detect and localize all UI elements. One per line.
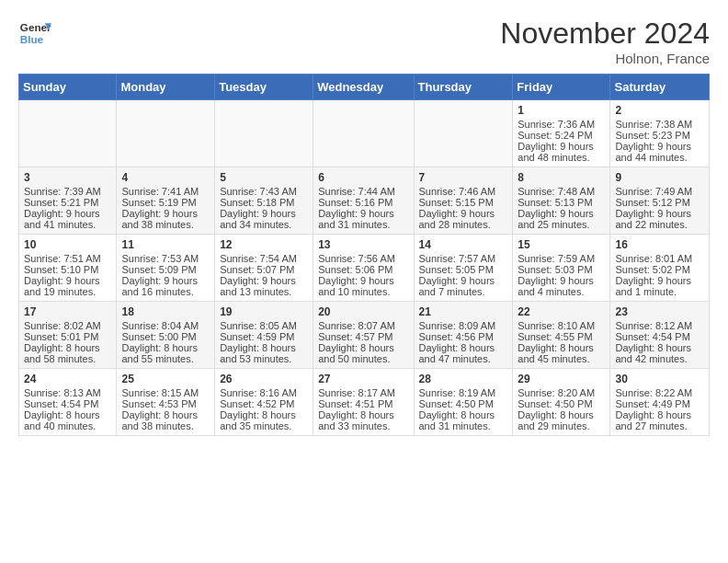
day-info: Sunrise: 8:10 AM xyxy=(518,320,605,331)
calendar-cell: 2Sunrise: 7:38 AMSunset: 5:23 PMDaylight… xyxy=(610,100,710,167)
calendar-wrapper: Sunday Monday Tuesday Wednesday Thursday… xyxy=(0,74,728,445)
day-number: 19 xyxy=(220,305,308,318)
day-info: Sunset: 5:07 PM xyxy=(220,264,308,275)
day-number: 28 xyxy=(419,373,508,385)
day-info: Sunset: 5:13 PM xyxy=(518,197,605,208)
calendar-cell: 27Sunrise: 8:17 AMSunset: 4:51 PMDayligh… xyxy=(313,369,414,436)
day-info: Sunset: 5:21 PM xyxy=(24,197,111,208)
calendar-cell: 28Sunrise: 8:19 AMSunset: 4:50 PMDayligh… xyxy=(414,369,513,436)
day-number: 8 xyxy=(518,171,605,184)
day-info: Daylight: 8 hours and 31 minutes. xyxy=(419,409,508,431)
calendar-cell: 9Sunrise: 7:49 AMSunset: 5:12 PMDaylight… xyxy=(610,167,710,235)
col-wednesday: Wednesday xyxy=(313,75,414,100)
day-info: Daylight: 8 hours and 35 minutes. xyxy=(220,409,308,431)
day-info: Sunset: 5:05 PM xyxy=(419,264,508,275)
day-number: 25 xyxy=(121,373,210,385)
day-info: Sunrise: 7:59 AM xyxy=(518,253,605,264)
day-info: Daylight: 8 hours and 55 minutes. xyxy=(121,342,210,364)
day-info: Daylight: 8 hours and 42 minutes. xyxy=(615,342,704,364)
day-number: 16 xyxy=(615,238,704,251)
day-info: Sunrise: 7:48 AM xyxy=(518,186,605,197)
calendar-body: 1Sunrise: 7:36 AMSunset: 5:24 PMDaylight… xyxy=(19,100,710,436)
calendar-cell: 24Sunrise: 8:13 AMSunset: 4:54 PMDayligh… xyxy=(19,369,117,436)
calendar-table: Sunday Monday Tuesday Wednesday Thursday… xyxy=(18,74,710,436)
logo: General Blue xyxy=(18,17,51,50)
day-info: Daylight: 9 hours and 48 minutes. xyxy=(518,141,605,163)
col-tuesday: Tuesday xyxy=(215,75,313,100)
day-number: 27 xyxy=(318,373,408,385)
day-info: Sunrise: 8:09 AM xyxy=(419,320,508,331)
day-info: Daylight: 8 hours and 53 minutes. xyxy=(220,342,308,364)
day-info: Sunset: 5:00 PM xyxy=(121,331,210,342)
day-info: Daylight: 8 hours and 29 minutes. xyxy=(518,409,605,431)
calendar-cell xyxy=(215,100,313,167)
col-sunday: Sunday xyxy=(19,75,117,100)
day-number: 11 xyxy=(121,238,210,251)
calendar-cell: 29Sunrise: 8:20 AMSunset: 4:50 PMDayligh… xyxy=(513,369,610,436)
header-row: Sunday Monday Tuesday Wednesday Thursday… xyxy=(19,75,710,100)
day-info: Daylight: 9 hours and 25 minutes. xyxy=(518,208,605,230)
day-info: Sunset: 4:54 PM xyxy=(24,398,111,409)
month-title: November 2024 xyxy=(500,17,710,51)
day-info: Daylight: 8 hours and 47 minutes. xyxy=(419,342,508,364)
day-info: Daylight: 9 hours and 38 minutes. xyxy=(121,208,210,230)
calendar-cell: 4Sunrise: 7:41 AMSunset: 5:19 PMDaylight… xyxy=(117,167,215,235)
day-info: Sunset: 4:54 PM xyxy=(615,331,704,342)
day-info: Sunset: 4:52 PM xyxy=(220,398,308,409)
calendar-cell: 14Sunrise: 7:57 AMSunset: 5:05 PMDayligh… xyxy=(414,235,513,302)
day-number: 14 xyxy=(419,238,508,251)
day-info: Daylight: 9 hours and 28 minutes. xyxy=(419,208,508,230)
day-info: Daylight: 8 hours and 45 minutes. xyxy=(518,342,605,364)
svg-text:General: General xyxy=(20,21,51,33)
day-info: Sunrise: 8:05 AM xyxy=(220,320,308,331)
day-info: Sunset: 5:09 PM xyxy=(121,264,210,275)
day-number: 5 xyxy=(220,171,308,184)
calendar-cell: 30Sunrise: 8:22 AMSunset: 4:49 PMDayligh… xyxy=(610,369,710,436)
calendar-cell: 22Sunrise: 8:10 AMSunset: 4:55 PMDayligh… xyxy=(513,302,610,369)
calendar-cell: 11Sunrise: 7:53 AMSunset: 5:09 PMDayligh… xyxy=(117,235,215,302)
calendar-cell: 10Sunrise: 7:51 AMSunset: 5:10 PMDayligh… xyxy=(19,235,117,302)
day-info: Daylight: 8 hours and 33 minutes. xyxy=(318,409,408,431)
day-info: Sunset: 4:57 PM xyxy=(318,331,408,342)
day-number: 24 xyxy=(24,373,111,385)
day-number: 4 xyxy=(121,171,210,184)
day-info: Sunrise: 8:12 AM xyxy=(615,320,704,331)
day-info: Sunset: 5:23 PM xyxy=(615,130,704,141)
day-number: 20 xyxy=(318,305,408,318)
day-number: 29 xyxy=(518,373,605,385)
day-info: Daylight: 9 hours and 1 minute. xyxy=(615,275,704,297)
day-info: Daylight: 9 hours and 13 minutes. xyxy=(220,275,308,297)
day-info: Daylight: 9 hours and 41 minutes. xyxy=(24,208,111,230)
calendar-cell: 25Sunrise: 8:15 AMSunset: 4:53 PMDayligh… xyxy=(117,369,215,436)
day-info: Sunset: 4:59 PM xyxy=(220,331,308,342)
calendar-cell: 18Sunrise: 8:04 AMSunset: 5:00 PMDayligh… xyxy=(117,302,215,369)
day-info: Sunrise: 8:13 AM xyxy=(24,387,111,398)
day-info: Sunrise: 8:01 AM xyxy=(615,253,704,264)
day-info: Sunrise: 7:44 AM xyxy=(318,186,408,197)
day-number: 10 xyxy=(24,238,111,251)
day-info: Sunset: 5:15 PM xyxy=(419,197,508,208)
calendar-week-4: 17Sunrise: 8:02 AMSunset: 5:01 PMDayligh… xyxy=(19,302,710,369)
calendar-cell: 8Sunrise: 7:48 AMSunset: 5:13 PMDaylight… xyxy=(513,167,610,235)
day-info: Sunrise: 8:20 AM xyxy=(518,387,605,398)
calendar-cell: 13Sunrise: 7:56 AMSunset: 5:06 PMDayligh… xyxy=(313,235,414,302)
day-info: Sunset: 5:19 PM xyxy=(121,197,210,208)
day-info: Sunset: 5:01 PM xyxy=(24,331,111,342)
day-info: Sunrise: 8:19 AM xyxy=(419,387,508,398)
calendar-cell xyxy=(117,100,215,167)
day-info: Daylight: 9 hours and 31 minutes. xyxy=(318,208,408,230)
day-info: Sunset: 4:55 PM xyxy=(518,331,605,342)
day-info: Daylight: 8 hours and 58 minutes. xyxy=(24,342,111,364)
day-number: 9 xyxy=(615,171,704,184)
day-number: 17 xyxy=(24,305,111,318)
calendar-cell: 26Sunrise: 8:16 AMSunset: 4:52 PMDayligh… xyxy=(215,369,313,436)
day-number: 3 xyxy=(24,171,111,184)
day-number: 18 xyxy=(121,305,210,318)
day-info: Daylight: 8 hours and 38 minutes. xyxy=(121,409,210,431)
day-info: Daylight: 9 hours and 7 minutes. xyxy=(419,275,508,297)
calendar-week-1: 1Sunrise: 7:36 AMSunset: 5:24 PMDaylight… xyxy=(19,100,710,167)
location: Holnon, France xyxy=(500,51,710,66)
col-friday: Friday xyxy=(513,75,610,100)
day-info: Sunrise: 7:39 AM xyxy=(24,186,111,197)
day-info: Sunset: 5:18 PM xyxy=(220,197,308,208)
